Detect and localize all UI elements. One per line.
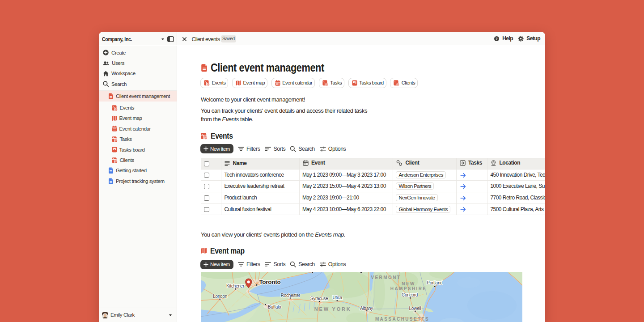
- svg-text:London: London: [213, 294, 227, 299]
- svg-text:NEW: NEW: [402, 281, 415, 286]
- svg-text:Portland: Portland: [427, 280, 442, 285]
- svg-text:Rochester: Rochester: [280, 293, 300, 298]
- svg-text:NEW YORK: NEW YORK: [314, 306, 351, 312]
- svg-text:Lowell: Lowell: [409, 306, 421, 311]
- svg-text:MASSACHUSETTS: MASSACHUSETTS: [375, 317, 429, 322]
- svg-text:?: ?: [496, 37, 498, 41]
- svg-text:Utica: Utica: [332, 295, 342, 300]
- svg-text:Concord: Concord: [401, 292, 417, 297]
- svg-text:Toronto: Toronto: [259, 279, 280, 285]
- svg-text:HAMPSHIRE: HAMPSHIRE: [390, 286, 427, 291]
- svg-text:VERMONT: VERMONT: [371, 275, 401, 280]
- svg-text:Kitchener: Kitchener: [226, 284, 245, 288]
- svg-text:Syracuse: Syracuse: [310, 296, 328, 301]
- svg-text:Albany: Albany: [360, 306, 373, 311]
- svg-text:Buffalo: Buffalo: [268, 305, 281, 309]
